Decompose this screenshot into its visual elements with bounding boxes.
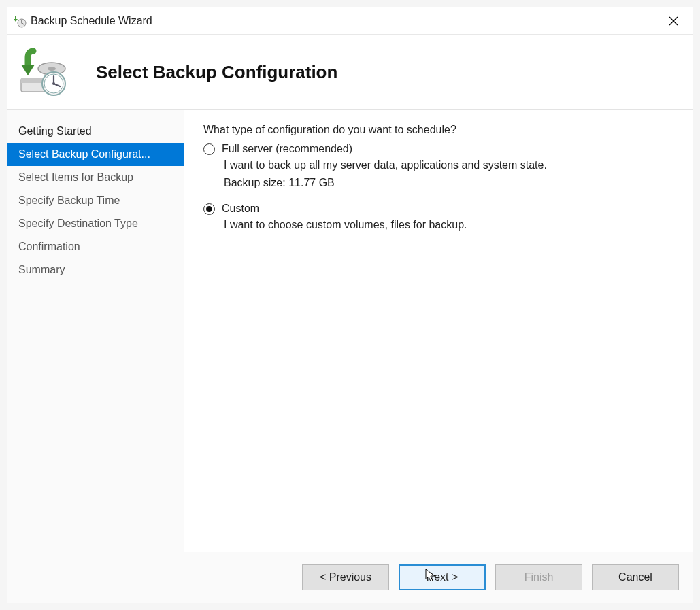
page-title: Select Backup Configuration: [96, 62, 337, 83]
option-custom[interactable]: Custom I want to choose custom volumes, …: [203, 203, 671, 231]
step-specify-destination-type[interactable]: Specify Destination Type: [7, 212, 184, 235]
option-full-server[interactable]: Full server (recommended) I want to back…: [203, 143, 671, 189]
step-select-items-for-backup[interactable]: Select Items for Backup: [7, 166, 184, 189]
backup-schedule-icon: [13, 14, 27, 28]
step-summary[interactable]: Summary: [7, 258, 184, 282]
step-confirmation[interactable]: Confirmation: [7, 235, 184, 258]
step-specify-backup-time[interactable]: Specify Backup Time: [7, 189, 184, 212]
radio-custom[interactable]: [203, 203, 215, 215]
wizard-content: What type of configuration do you want t…: [184, 110, 693, 552]
step-getting-started[interactable]: Getting Started: [7, 120, 184, 143]
svg-point-2: [48, 67, 56, 71]
close-button[interactable]: [660, 11, 687, 31]
window-title: Backup Schedule Wizard: [31, 15, 660, 27]
button-bar: < Previous Next > Finish Cancel: [7, 552, 693, 603]
option-full-server-label: Full server (recommended): [222, 143, 352, 155]
option-custom-label: Custom: [222, 203, 259, 215]
radio-full-server[interactable]: [203, 143, 215, 155]
option-custom-desc: I want to choose custom volumes, files f…: [224, 219, 671, 231]
backup-wizard-icon: [14, 48, 69, 96]
config-question: What type of configuration do you want t…: [203, 124, 671, 136]
wizard-window: Backup Schedule Wizard Select Backup Con…: [7, 7, 693, 603]
next-button[interactable]: Next >: [399, 564, 486, 590]
option-full-server-size: Backup size: 11.77 GB: [224, 177, 671, 189]
wizard-steps-sidebar: Getting Started Select Backup Configurat…: [7, 110, 184, 552]
step-select-backup-configuration[interactable]: Select Backup Configurat...: [7, 143, 184, 166]
previous-button[interactable]: < Previous: [302, 564, 389, 590]
wizard-header: Select Backup Configuration: [7, 35, 693, 110]
cancel-button[interactable]: Cancel: [592, 564, 679, 590]
titlebar: Backup Schedule Wizard: [7, 7, 693, 35]
svg-point-7: [52, 82, 55, 85]
finish-button: Finish: [495, 564, 582, 590]
option-full-server-desc: I want to back up all my server data, ap…: [224, 159, 671, 171]
wizard-body: Getting Started Select Backup Configurat…: [7, 110, 693, 552]
